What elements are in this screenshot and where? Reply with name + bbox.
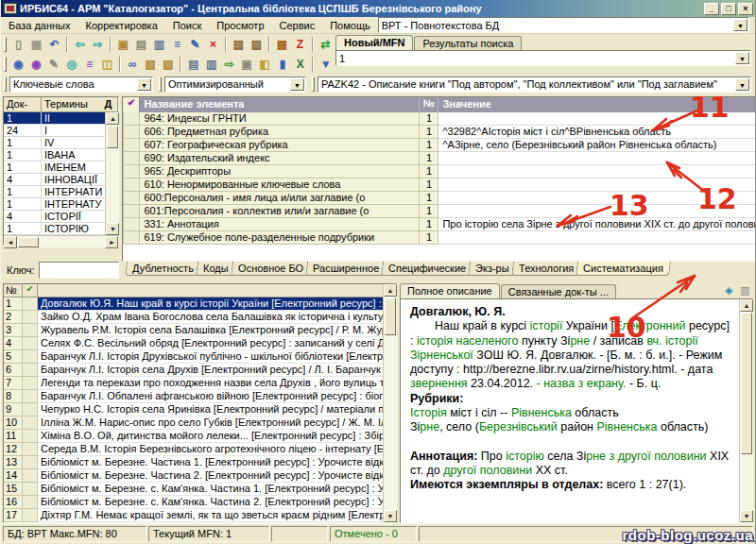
worksheet-icon[interactable]: ▤ xyxy=(132,36,149,53)
field-value[interactable] xyxy=(438,112,756,126)
record-row[interactable]: 1Довгалюк Ю.Я. Наш край в курсі історії … xyxy=(4,298,383,311)
basket-in-icon[interactable]: ▧ xyxy=(142,56,159,73)
field-check-cell[interactable] xyxy=(123,165,140,178)
toolbar-grip[interactable] xyxy=(4,76,7,92)
delete-record-icon[interactable]: × xyxy=(204,36,221,53)
field-row[interactable]: 965: Дескрипторы1 xyxy=(123,165,756,178)
record-check-cell[interactable] xyxy=(23,469,38,483)
worksheet-selector[interactable]: PAZK42 - Описание книги "Под автором", "… xyxy=(318,76,751,93)
field-value[interactable] xyxy=(438,178,756,192)
field-row[interactable]: 619: Служебное поле-разделенные подрубри… xyxy=(123,231,756,245)
field-row[interactable]: 331: Аннотация1Про історію села Зірне з … xyxy=(123,218,756,231)
field-value[interactable] xyxy=(438,192,756,205)
scrollbar-thumb[interactable] xyxy=(741,313,752,454)
scroll-up-icon[interactable]: ▲ xyxy=(106,112,119,125)
statistics-icon[interactable]: ▮ xyxy=(274,56,291,73)
records-vertical-scrollbar[interactable]: ▲ ▼ xyxy=(383,284,396,522)
scroll-left-icon[interactable]: ◄ xyxy=(4,236,17,248)
fields-col-value[interactable]: Значение xyxy=(438,97,756,112)
record-row[interactable]: 14Бібліоміст м. Березне. Частина 2. [Еле… xyxy=(4,469,383,483)
toolbar-grip[interactable] xyxy=(159,76,162,92)
field-check-cell[interactable] xyxy=(123,139,140,152)
record-check-cell[interactable] xyxy=(23,483,38,496)
record-check-cell[interactable] xyxy=(23,298,38,311)
records-col-no[interactable]: № xyxy=(4,284,23,297)
prev-record-icon[interactable]: ⇦ xyxy=(71,36,88,53)
record-check-cell[interactable] xyxy=(23,311,38,324)
view-format-icon[interactable]: ◈ xyxy=(721,283,737,297)
record-row[interactable]: 8Баранчук Л.І. Обпалені афганською війно… xyxy=(4,390,383,403)
record-check-cell[interactable] xyxy=(23,509,38,522)
field-check-cell[interactable] xyxy=(123,231,140,245)
record-row[interactable]: 10Ілліна Ж.М. Нарис-опис про село Губків… xyxy=(4,416,383,430)
print-description-icon[interactable]: ▥ xyxy=(737,283,753,297)
scroll-up-icon[interactable]: ▲ xyxy=(740,299,753,312)
image-catalog-icon[interactable]: ▩ xyxy=(273,36,290,53)
field-row[interactable]: 690: Издательский индекс1 xyxy=(123,152,756,165)
term-row[interactable]: 1IV xyxy=(4,137,105,149)
fields-col-name[interactable]: Название элемента xyxy=(140,97,420,112)
term-row[interactable]: 1ІСТОРІЮ xyxy=(4,223,105,235)
print-record-icon[interactable]: ▥ xyxy=(150,36,167,53)
print-setup-icon[interactable]: ▥ xyxy=(203,56,220,73)
field-row[interactable]: 607: Географическая рубрика1^AЗірне, сел… xyxy=(123,139,756,152)
chevron-down-icon[interactable]: ▼ xyxy=(137,78,151,91)
close-button[interactable]: × xyxy=(738,3,753,15)
open-folder-icon[interactable]: ◧ xyxy=(256,56,273,73)
query-search-icon[interactable]: ◉ xyxy=(27,56,44,73)
term-row[interactable]: 4ІННОВАЦІЇ xyxy=(4,174,105,186)
field-tab-1[interactable]: Дублетность xyxy=(125,262,201,276)
term-row[interactable]: 1II xyxy=(4,112,105,125)
field-row[interactable]: 600:Персоналия - имя лица и/или заглавие… xyxy=(123,192,756,205)
field-value[interactable]: ^AЗірне, село (Березнівський район Рівне… xyxy=(438,139,756,152)
terms-col-terms[interactable]: Термины Д xyxy=(42,97,118,111)
import-icon[interactable]: ▧ xyxy=(230,36,247,53)
database-selector[interactable]: ВРТ - Повнотекстова БД ▼ xyxy=(378,17,749,33)
record-row[interactable]: 2Зайко О.Д. Храм Івана Богослова села Ба… xyxy=(4,311,383,324)
dictionary-search-icon[interactable]: ◉ xyxy=(9,56,26,73)
field-row[interactable]: 610: Ненормированные ключевые слова1 xyxy=(123,178,756,192)
scrollbar-track[interactable] xyxy=(384,336,396,510)
record-row[interactable]: 13Бібліоміст м. Березне. Частина 1. [Еле… xyxy=(4,456,383,469)
term-row[interactable]: 1ІМЕНЕМ xyxy=(4,162,105,174)
fields-col-no[interactable]: № xyxy=(420,97,438,112)
record-row[interactable]: 9Чепурко Н.С. Історія села Яринівка [Еле… xyxy=(4,403,383,416)
description-tab-1[interactable]: Полное описание xyxy=(400,283,500,298)
record-check-cell[interactable] xyxy=(23,443,38,456)
record-row[interactable]: 16Бібліоміст м. Березне. с. Кам'янка. Ча… xyxy=(4,496,383,509)
field-value[interactable]: ^32982^AІсторія міст і сіл^ВРівненська о… xyxy=(438,126,756,139)
edit-record-icon[interactable]: ✎ xyxy=(186,36,203,53)
terms-vertical-scrollbar[interactable]: ▲ ▼ xyxy=(105,112,118,235)
description-vertical-scrollbar[interactable]: ▲ ▼ xyxy=(739,299,752,522)
record-row[interactable]: 5Баранчук Л.І. Історія Друхівської публі… xyxy=(4,350,383,364)
description-tab-2[interactable]: Связанные док-ты ... xyxy=(501,284,616,298)
record-check-cell[interactable] xyxy=(23,324,38,337)
record-row[interactable]: 7Легенди та перекази про походження назв… xyxy=(4,377,383,390)
record-row[interactable]: 12Середа В.М. Історія Березнівського агр… xyxy=(4,443,383,456)
field-check-cell[interactable] xyxy=(123,218,140,231)
export-icon[interactable]: ▨ xyxy=(248,36,265,53)
field-row[interactable]: 964: Индексы ГРНТИ1 xyxy=(123,112,756,126)
term-tree-icon[interactable]: ≡ xyxy=(81,56,98,73)
record-row[interactable]: 3Журавель Р.М. Історія села Балашівка [Е… xyxy=(4,324,383,337)
record-check-cell[interactable] xyxy=(23,403,38,416)
view-result-icon[interactable]: ◎ xyxy=(63,56,80,73)
field-row[interactable]: 606: Предметная рубрика1^32982^AІсторія … xyxy=(123,126,756,139)
clear-search-icon[interactable]: ◫ xyxy=(99,56,116,73)
record-check-cell[interactable] xyxy=(23,456,38,469)
link-icon[interactable]: ∞ xyxy=(124,56,141,73)
record-row[interactable]: 15Бібліоміст м. Березне. с. Кам'янка. Ча… xyxy=(4,483,383,496)
field-value[interactable] xyxy=(438,205,756,218)
edit-query-icon[interactable]: ✎ xyxy=(45,56,62,73)
record-check-cell[interactable] xyxy=(23,390,38,403)
chevron-down-icon[interactable]: ▼ xyxy=(735,78,749,91)
scrollbar-track[interactable] xyxy=(740,455,752,510)
refresh-icon[interactable]: ⇄ xyxy=(317,36,334,53)
maximize-button[interactable]: □ xyxy=(721,3,736,15)
term-row[interactable]: 4ІСТОРІЇ xyxy=(4,211,105,223)
copy-record-icon[interactable]: ▣ xyxy=(114,36,131,53)
record-check-cell[interactable] xyxy=(23,430,38,443)
menu-item-1[interactable]: База данных xyxy=(1,18,78,33)
pin-button[interactable]: Д xyxy=(101,98,114,110)
undo-icon[interactable]: ↶ xyxy=(45,36,62,53)
